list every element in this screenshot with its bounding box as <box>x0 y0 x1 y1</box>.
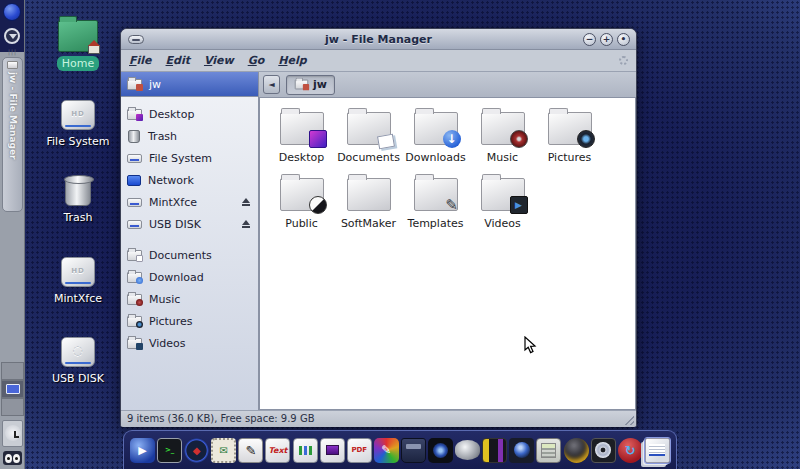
house-emblem-icon <box>88 45 100 54</box>
file-desktop[interactable]: Desktop <box>268 108 335 170</box>
menu-edit[interactable]: Edit <box>166 54 190 67</box>
sidebar-item-usb-disk[interactable]: USB DISK <box>121 213 258 235</box>
file-softmaker[interactable]: SoftMaker <box>335 174 402 236</box>
workspace-3[interactable] <box>1 398 24 416</box>
file-pictures[interactable]: Pictures <box>536 108 603 170</box>
file-label: Pictures <box>536 151 603 164</box>
dock-file-manager-icon[interactable] <box>645 438 670 463</box>
file-public[interactable]: Public <box>268 174 335 236</box>
film-emblem-icon <box>136 343 143 350</box>
dock-media-player-icon[interactable]: ▶ <box>130 438 155 463</box>
desktop-icon-label: File System <box>42 134 115 149</box>
taskbar-window-button[interactable]: jw - File Manager <box>2 57 23 212</box>
file-music[interactable]: Music <box>469 108 536 170</box>
close-button[interactable]: • <box>617 33 630 46</box>
lens-emblem-icon <box>577 130 595 148</box>
folder-icon <box>280 178 324 211</box>
drive-icon <box>127 154 142 163</box>
desktop-icon-label: USB DISK <box>47 371 109 386</box>
sidebar-item-file-system[interactable]: File System <box>121 147 258 169</box>
menu-view[interactable]: View <box>204 54 234 67</box>
menu-file[interactable]: File <box>129 54 152 67</box>
dock-textmaker-icon[interactable]: Text <box>265 438 290 463</box>
sidebar-item-network[interactable]: Network <box>121 169 258 191</box>
minimize-button[interactable]: − <box>583 33 596 46</box>
dock-film-roll-icon[interactable] <box>482 438 507 463</box>
dock-terminal-icon[interactable]: >_ <box>157 438 182 463</box>
desktop-icon-trash[interactable]: Trash <box>30 178 126 225</box>
dock-calculator-icon[interactable] <box>536 438 561 463</box>
folder-icon <box>548 112 592 145</box>
folder-icon <box>481 112 525 145</box>
file-label: SoftMaker <box>335 217 402 230</box>
resize-grip[interactable] <box>623 414 634 425</box>
trash-icon <box>128 130 140 143</box>
dock-presentations-icon[interactable] <box>320 438 345 463</box>
file-videos[interactable]: ▶ Videos <box>469 174 536 236</box>
file-view[interactable]: Desktop Documents ↓ Downloads Music <box>259 98 636 410</box>
path-button-jw[interactable]: jw <box>286 75 335 95</box>
eyes-widget <box>3 451 22 465</box>
menu-go[interactable]: Go <box>248 54 265 67</box>
file-templates[interactable]: ✎ Templates <box>402 174 469 236</box>
titlebar[interactable]: jw - File Manager − + • <box>121 29 636 50</box>
dock-printer-icon[interactable] <box>401 438 426 463</box>
sidebar-item-music[interactable]: Music <box>121 288 258 310</box>
dock-cd-burner-icon[interactable] <box>591 438 616 463</box>
drive-icon <box>127 220 142 229</box>
throbber-icon <box>619 56 628 65</box>
workspace-pager[interactable] <box>1 362 24 418</box>
dock-photo-app-icon[interactable] <box>428 438 453 463</box>
dock-audio-player-icon[interactable] <box>509 438 534 463</box>
dock-image-editor-icon[interactable]: ✎ <box>374 438 399 463</box>
desktop-emblem-icon <box>309 130 327 148</box>
sidebar-item-jw[interactable]: jw <box>121 72 258 97</box>
folder-icon <box>347 178 391 211</box>
desktop-icon-usb-disk[interactable]: USB DISK <box>30 337 126 386</box>
dock-media-sphere-icon[interactable] <box>564 438 589 463</box>
dock-camera-lens-icon[interactable] <box>455 440 480 460</box>
usb-disk-icon <box>61 337 95 367</box>
music-folder-icon <box>127 294 142 305</box>
file-downloads[interactable]: ↓ Downloads <box>402 108 469 170</box>
workspace-1[interactable] <box>1 362 24 380</box>
sidebar-item-documents[interactable]: Documents <box>121 244 258 266</box>
dock-pdf-reader-icon[interactable]: PDF <box>347 438 372 463</box>
eject-icon[interactable] <box>241 198 250 206</box>
dock-package-updater-icon[interactable]: ↻ <box>618 438 643 463</box>
sidebar-item-videos[interactable]: Videos <box>121 332 258 354</box>
dock-planmaker-icon[interactable] <box>293 438 318 463</box>
sidebar-item-desktop[interactable]: Desktop <box>121 103 258 125</box>
back-button[interactable]: ◄ <box>263 75 280 94</box>
sidebar-item-trash[interactable]: Trash <box>121 125 258 147</box>
desktop-icon-mintxfce[interactable]: MintXfce <box>30 257 126 306</box>
sidebar-item-label: Music <box>149 293 180 306</box>
window-menu-icon[interactable] <box>128 35 144 44</box>
download-folder-icon <box>127 272 142 283</box>
pencil-emblem-icon: ✎ <box>443 196 461 214</box>
dock-mail-client-icon[interactable]: ✉ <box>211 438 236 463</box>
sidebar-item-label: MintXfce <box>149 196 197 209</box>
folder-icon: ▶ <box>481 178 525 211</box>
sidebar-item-download[interactable]: Download <box>121 266 258 288</box>
sidebar-item-label: Pictures <box>149 315 193 328</box>
menu-help[interactable]: Help <box>278 54 306 67</box>
show-desktop-icon[interactable] <box>4 28 20 44</box>
eject-icon[interactable] <box>241 220 250 228</box>
sidebar-item-label: Desktop <box>149 108 194 121</box>
folder-icon <box>347 112 391 145</box>
maximize-button[interactable]: + <box>600 33 613 46</box>
desktop-icon-home[interactable]: Home <box>30 20 126 71</box>
panel-handle[interactable]: ||| <box>8 48 17 55</box>
sidebar-item-mintxfce[interactable]: MintXfce <box>121 191 258 213</box>
taskbar-window-label: jw - File Manager <box>8 72 18 159</box>
sidebar-item-pictures[interactable]: Pictures <box>121 310 258 332</box>
workspace-2-active[interactable] <box>1 380 24 398</box>
file-label: Documents <box>335 151 402 164</box>
dock-web-browser-icon[interactable]: ◆ <box>184 438 209 463</box>
dock-text-editor-icon[interactable]: ✎ <box>238 438 263 463</box>
desktop-icon-file-system[interactable]: File System <box>30 100 126 149</box>
file-documents[interactable]: Documents <box>335 108 402 170</box>
menu-orb-icon[interactable] <box>3 3 21 21</box>
analog-clock[interactable] <box>2 420 23 447</box>
